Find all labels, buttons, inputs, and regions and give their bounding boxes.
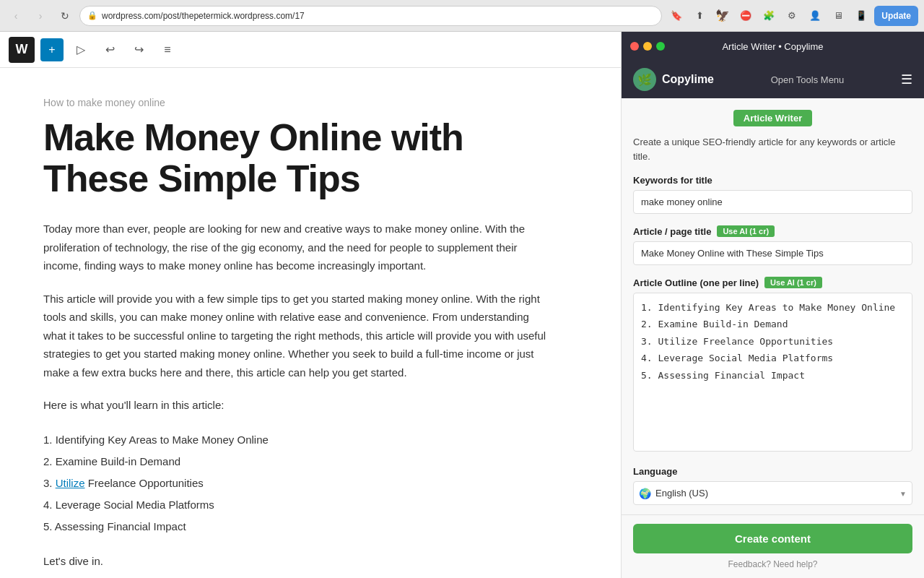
hamburger-menu-button[interactable]: ☰ (901, 72, 912, 87)
use-ai-outline-button[interactable]: Use AI (1 cr) (764, 277, 822, 288)
share-button[interactable]: ⬆ (689, 6, 710, 26)
article-title-label: Article / page title Use AI (1 cr) (633, 225, 912, 237)
list-item: 2. Examine Build-in Demand (43, 451, 549, 473)
bookmark-button[interactable]: 🔖 (666, 6, 687, 26)
browser-actions: 🔖 ⬆ 🦅 ⛔ 🧩 ⚙ 👤 🖥 📱 Update (666, 6, 918, 26)
language-select-wrapper: 🌍 English (US) Spanish French German Por… (633, 481, 912, 505)
wp-subtitle: How to make money online (43, 97, 549, 108)
list-item: 1. Identifying Key Areas to Make Money O… (43, 429, 549, 451)
panel-title: Article Writer • Copylime (722, 41, 823, 52)
copylime-panel: Article Writer • Copylime 🌿 Copylime Ope… (621, 32, 924, 578)
wp-closing: Let's dive in. (43, 552, 549, 571)
panel-header: 🌿 Copylime Open Tools Menu ☰ (622, 61, 924, 98)
utilize-link[interactable]: Utilize (56, 477, 85, 489)
extensions-button[interactable]: 🧩 (759, 6, 779, 26)
language-group: Language 🌍 English (US) Spanish French G… (633, 466, 912, 505)
wp-post-title[interactable]: Make Money Online with These Simple Tips (43, 117, 549, 199)
article-title-input[interactable] (633, 241, 912, 265)
list-item: 5. Assessing Financial Impact (43, 516, 549, 538)
settings-button[interactable]: ⚙ (782, 6, 802, 26)
update-button[interactable]: Update (874, 6, 918, 26)
wp-menu-button[interactable]: ≡ (156, 38, 179, 61)
lock-icon: 🔒 (87, 11, 97, 20)
language-select[interactable]: English (US) Spanish French German Portu… (633, 481, 912, 505)
panel-description: Create a unique SEO-friendly article for… (633, 135, 912, 163)
nav-refresh-button[interactable]: ↻ (55, 6, 75, 26)
article-outline-textarea[interactable]: 1. Identifying Key Areas to Make Money O… (633, 293, 912, 452)
wp-add-block-button[interactable]: + (40, 38, 64, 61)
wp-outline-list: 1. Identifying Key Areas to Make Money O… (43, 429, 549, 538)
mobile-button[interactable]: 📱 (851, 6, 871, 26)
main-area: W + ▷ ↩ ↪ ≡ How to make money online Mak… (0, 32, 924, 578)
list-item: 3. Utilize Freelance Opportunities (43, 473, 549, 494)
open-tools-menu-button[interactable]: Open Tools Menu (771, 74, 845, 85)
article-outline-label: Article Outline (one per line) Use AI (1… (633, 277, 912, 288)
copylime-logo-icon: 🌿 (633, 68, 656, 91)
browser-chrome: ‹ › ↻ 🔒 wordpress.com/post/thepetermick.… (0, 0, 924, 32)
wp-paragraph-1: Today more than ever, people are looking… (43, 220, 549, 275)
wp-logo: W (9, 37, 35, 63)
address-bar: 🔒 wordpress.com/post/thepetermick.wordpr… (79, 6, 662, 26)
article-title-group: Article / page title Use AI (1 cr) (633, 225, 912, 265)
close-traffic-light[interactable] (630, 42, 639, 51)
globe-icon: 🌍 (639, 488, 651, 499)
panel-body: Article Writer Create a unique SEO-frien… (622, 98, 924, 514)
wp-pointer-button[interactable]: ▷ (69, 38, 92, 61)
minimize-traffic-light[interactable] (643, 42, 652, 51)
wp-editor: W + ▷ ↩ ↪ ≡ How to make money online Mak… (0, 32, 621, 578)
address-text: wordpress.com/post/thepetermick.wordpres… (102, 11, 654, 21)
nav-back-button[interactable]: ‹ (6, 6, 26, 26)
copylime-brand: 🌿 Copylime (633, 68, 714, 91)
wp-toolbar: W + ▷ ↩ ↪ ≡ (0, 32, 621, 68)
adblock-button[interactable]: ⛔ (736, 6, 756, 26)
copylime-brand-name: Copylime (662, 73, 714, 86)
create-content-button[interactable]: Create content (633, 524, 912, 553)
panel-titlebar: Article Writer • Copylime (622, 32, 924, 61)
article-writer-badge: Article Writer (733, 110, 812, 126)
use-ai-title-button[interactable]: Use AI (1 cr) (717, 225, 775, 237)
wp-undo-button[interactable]: ↩ (98, 38, 121, 61)
tablet-button[interactable]: 🖥 (828, 6, 848, 26)
keywords-label: Keywords for title (633, 175, 912, 186)
keywords-group: Keywords for title (633, 175, 912, 214)
maximize-traffic-light[interactable] (656, 42, 665, 51)
wp-paragraph-3: Here is what you'll learn in this articl… (43, 396, 549, 415)
article-outline-group: Article Outline (one per line) Use AI (1… (633, 277, 912, 454)
keywords-input[interactable] (633, 190, 912, 214)
tampermonkey-button[interactable]: 🦅 (712, 6, 733, 26)
wp-paragraph-2: This article will provide you with a few… (43, 290, 549, 382)
profiles-button[interactable]: 👤 (805, 6, 825, 26)
panel-footer: Create content Feedback? Need help? (622, 514, 924, 578)
wp-redo-button[interactable]: ↪ (127, 38, 150, 61)
language-label: Language (633, 466, 912, 477)
feedback-text: Feedback? Need help? (633, 559, 912, 569)
nav-forward-button[interactable]: › (30, 6, 51, 26)
wp-editor-content: How to make money online Make Money Onli… (0, 68, 592, 578)
list-item: 4. Leverage Social Media Platforms (43, 494, 549, 516)
traffic-lights (630, 42, 665, 51)
